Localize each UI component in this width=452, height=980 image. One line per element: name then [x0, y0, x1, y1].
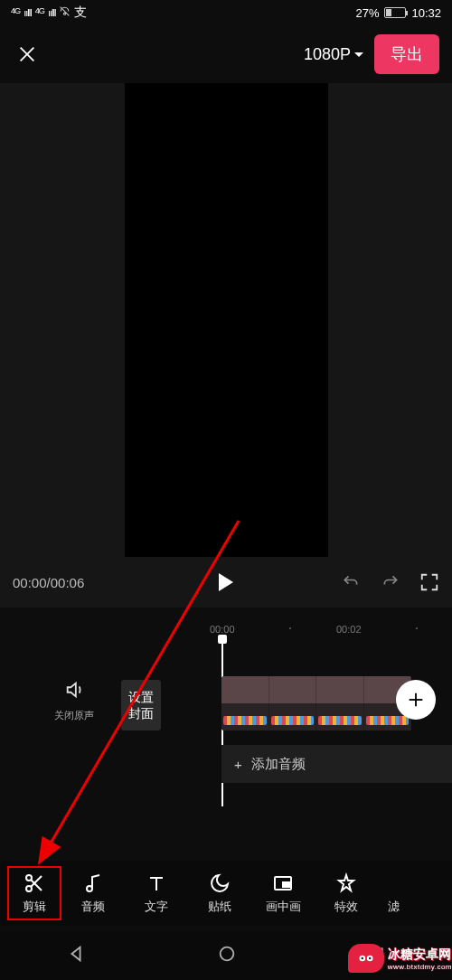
ruler-mark: 00:02 [336, 624, 362, 635]
network-badge: 4G [35, 6, 44, 20]
status-bar: 4G ıılll 4G ıılll 支 27% 10:32 [0, 0, 452, 25]
text-t-icon [146, 872, 167, 895]
close-button[interactable] [13, 40, 42, 69]
playback-bar: 00:00/00:06 [0, 557, 452, 608]
clock: 10:32 [411, 6, 441, 20]
export-button[interactable]: 导出 [374, 34, 439, 74]
moon-icon [209, 872, 231, 895]
add-audio-track[interactable]: + 添加音频 [221, 745, 452, 783]
svg-point-20 [361, 957, 363, 960]
editor-top-bar: 1080P 导出 [0, 25, 452, 83]
svg-point-15 [221, 947, 234, 961]
mute-icon [59, 5, 71, 20]
preview-canvas [125, 83, 328, 557]
nav-home-button[interactable] [217, 944, 237, 967]
svg-point-6 [26, 875, 32, 881]
play-button[interactable] [219, 573, 233, 591]
nav-back-button[interactable] [66, 944, 86, 967]
svg-point-0 [64, 13, 66, 14]
ruler-dot [289, 627, 291, 629]
mute-original-button[interactable]: 关闭原声 [54, 680, 94, 722]
status-left: 4G ıılll 4G ıılll 支 [11, 5, 87, 21]
fullscreen-button[interactable] [419, 572, 439, 592]
mute-label: 关闭原声 [54, 709, 94, 722]
music-note-icon [82, 872, 104, 895]
redo-button[interactable] [380, 573, 401, 591]
video-clip[interactable] [221, 676, 411, 730]
pip-icon [272, 872, 294, 895]
preview-area[interactable] [0, 83, 452, 557]
signal-icon: ıılll [48, 7, 55, 18]
tool-effect[interactable]: 特效 [315, 866, 378, 920]
chevron-down-icon [354, 52, 363, 57]
status-right: 27% 10:32 [355, 6, 441, 20]
tool-sticker[interactable]: 贴纸 [188, 866, 251, 920]
speaker-icon [62, 680, 86, 700]
watermark: 冰糖安卓网 www.btxtdmy.com [348, 944, 452, 973]
watermark-text: 冰糖安卓网 [388, 947, 451, 961]
ruler-mark: 00:00 [210, 624, 235, 635]
export-label: 导出 [391, 45, 423, 63]
svg-rect-14 [283, 882, 289, 887]
plus-icon: + [234, 757, 242, 772]
svg-point-7 [26, 886, 32, 891]
tool-edit[interactable]: 剪辑 [7, 866, 61, 920]
ruler-dot [416, 627, 418, 629]
add-clip-button[interactable] [396, 680, 436, 720]
tool-text[interactable]: 文字 [125, 866, 188, 920]
plus-icon [406, 690, 426, 710]
resolution-selector[interactable]: 1080P [304, 45, 363, 64]
clip-thumbnail [269, 676, 317, 730]
watermark-url: www.btxtdmy.com [388, 963, 452, 971]
tool-audio[interactable]: 音频 [61, 866, 125, 920]
timecode: 00:00/00:06 [13, 575, 84, 590]
resolution-label: 1080P [304, 45, 351, 64]
alipay-icon: 支 [74, 5, 87, 21]
set-cover-button[interactable]: 设置 封面 [121, 680, 161, 730]
battery-percent: 27% [355, 6, 379, 20]
network-badge: 4G [11, 6, 20, 20]
scissors-icon [24, 872, 45, 895]
timeline-tracks[interactable]: 关闭原声 设置 封面 + 添加音频 [0, 644, 452, 825]
watermark-logo-icon [348, 944, 384, 973]
signal-icon: ıılll [24, 7, 31, 18]
tool-pip[interactable]: 画中画 [251, 866, 315, 920]
tool-filter[interactable]: 滤 [378, 866, 409, 920]
clip-thumbnail [316, 676, 364, 730]
undo-button[interactable] [340, 573, 362, 591]
play-icon [219, 573, 233, 591]
clip-thumbnail [221, 676, 269, 730]
battery-icon [384, 7, 406, 18]
svg-point-21 [369, 957, 372, 960]
star-icon [335, 872, 357, 895]
tool-bar: 剪辑 音频 文字 贴纸 画中画 特效 滤 [0, 861, 452, 926]
add-audio-label: 添加音频 [251, 756, 306, 773]
